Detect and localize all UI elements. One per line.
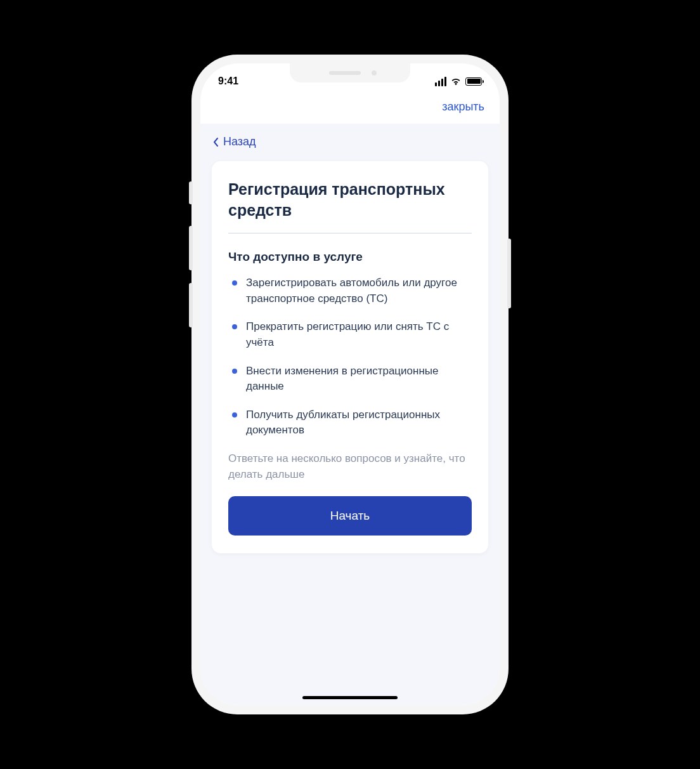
bullet-icon: [232, 412, 237, 417]
list-item: Внести изменения в регистрационные данны…: [228, 364, 472, 395]
divider: [228, 233, 472, 233]
back-label: Назад: [223, 135, 256, 148]
home-indicator[interactable]: [302, 696, 398, 699]
start-button[interactable]: Начать: [228, 496, 472, 536]
side-button: [189, 181, 193, 204]
cellular-icon: [435, 77, 446, 86]
bullet-icon: [232, 280, 237, 286]
speaker: [329, 71, 361, 75]
phone-frame: 9:41 закрыть Назад: [191, 55, 509, 714]
service-card: Регистрация транспортных средств Что дос…: [212, 161, 488, 553]
status-time: 9:41: [218, 76, 238, 87]
bullet-icon: [232, 369, 237, 374]
front-camera: [372, 70, 377, 76]
list-item: Прекратить регистрацию или снять ТС с уч…: [228, 319, 472, 350]
list-item: Получить дубликаты регистрационных докум…: [228, 407, 472, 438]
power-button: [507, 239, 511, 308]
list-item-text: Внести изменения в регистрационные данны…: [246, 364, 472, 395]
back-button[interactable]: Назад: [200, 124, 500, 157]
bullet-icon: [232, 324, 237, 329]
chevron-left-icon: [213, 137, 219, 147]
list-item-text: Зарегистрировать автомобиль или другое т…: [246, 275, 472, 306]
feature-list: Зарегистрировать автомобиль или другое т…: [228, 275, 472, 438]
close-button[interactable]: закрыть: [442, 100, 484, 114]
page-title: Регистрация транспортных средств: [228, 179, 472, 220]
hint-text: Ответьте на несколько вопросов и узнайте…: [228, 451, 472, 482]
volume-up-button: [189, 226, 193, 270]
section-title: Что доступно в услуге: [228, 250, 472, 264]
list-item-text: Получить дубликаты регистрационных докум…: [246, 407, 472, 438]
content-area: Назад Регистрация транспортных средств Ч…: [200, 124, 500, 706]
top-actions: закрыть: [200, 94, 500, 124]
notch: [290, 63, 410, 82]
wifi-icon: [450, 77, 462, 86]
volume-down-button: [189, 283, 193, 327]
status-indicators: [435, 77, 482, 86]
battery-icon: [465, 77, 482, 86]
screen: 9:41 закрыть Назад: [200, 63, 500, 706]
list-item: Зарегистрировать автомобиль или другое т…: [228, 275, 472, 306]
list-item-text: Прекратить регистрацию или снять ТС с уч…: [246, 319, 472, 350]
